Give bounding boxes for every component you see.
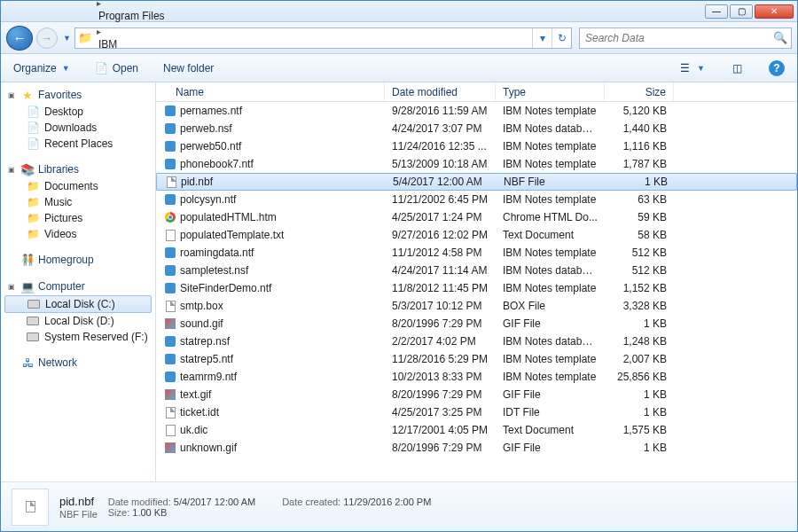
sidebar-item[interactable]: Local Disk (D:) (1, 313, 155, 329)
file-row[interactable]: text.gif8/20/1996 7:29 PMGIF File1 KB (156, 386, 797, 403)
file-row[interactable]: uk.dic12/17/2001 4:05 PMText Document1,5… (156, 421, 797, 439)
sidebar-label: Homegroup (38, 254, 94, 266)
explorer-window: — ▢ ✕ ← → ▼ 📁 Computer▸Local Disk (C:)▸P… (0, 0, 798, 532)
column-type[interactable]: Type (496, 82, 605, 101)
sidebar-item-label: Desktop (44, 106, 83, 118)
file-row[interactable]: perweb.nsf4/24/2017 3:07 PMIBM Notes dat… (156, 120, 797, 137)
open-button[interactable]: 📄 Open (90, 59, 144, 78)
file-row[interactable]: populatedTemplate.txt9/27/2016 12:02 PMT… (156, 226, 797, 244)
sidebar-homegroup[interactable]: 🧑‍🤝‍🧑 Homegroup (1, 251, 155, 269)
file-row[interactable]: smtp.box5/3/2017 10:12 PMBOX File3,328 K… (156, 297, 797, 315)
file-row[interactable]: teamrm9.ntf10/2/2013 8:33 PMIBM Notes te… (156, 368, 797, 386)
file-row[interactable]: populatedHTML.htm4/25/2017 1:24 PMChrome… (156, 208, 797, 226)
file-type: IBM Notes template (496, 105, 605, 117)
file-row[interactable]: sampletest.nsf4/24/2017 11:14 AMIBM Note… (156, 262, 797, 279)
file-icon (163, 121, 177, 136)
sidebar-item[interactable]: 📄Recent Places (1, 136, 155, 152)
label: Date created: (282, 497, 340, 507)
organize-menu[interactable]: Organize ▼ (8, 59, 75, 77)
back-button[interactable]: ← (6, 26, 33, 51)
sidebar-item-label: Local Disk (C:) (45, 298, 115, 310)
address-bar[interactable]: 📁 Computer▸Local Disk (C:)▸Program Files… (74, 27, 572, 49)
file-row[interactable]: statrep5.ntf11/28/2016 5:29 PMIBM Notes … (156, 350, 797, 368)
file-size: 1,248 KB (605, 335, 674, 348)
minimize-button[interactable]: — (705, 4, 728, 19)
navbar: ← → ▼ 📁 Computer▸Local Disk (C:)▸Program… (1, 22, 797, 54)
search-icon[interactable]: 🔍 (770, 31, 791, 44)
sidebar-item[interactable]: 📄Downloads (1, 120, 155, 136)
file-name: populatedTemplate.txt (180, 229, 284, 241)
chevron-right-icon[interactable]: ▸ (95, 0, 103, 8)
forward-button[interactable]: → (36, 27, 58, 49)
file-type: IBM Notes template (496, 353, 605, 365)
file-type: GIF File (496, 388, 605, 401)
file-size: 1,440 KB (605, 122, 674, 135)
search-input[interactable] (580, 32, 770, 44)
file-date: 4/24/2017 3:07 PM (385, 122, 496, 135)
file-name: perweb50.ntf (180, 140, 241, 153)
column-size[interactable]: Size (605, 82, 674, 101)
homegroup-icon: 🧑‍🤝‍🧑 (20, 254, 35, 266)
chevron-right-icon[interactable]: ▸ (95, 27, 103, 36)
file-row[interactable]: pid.nbf5/4/2017 12:00 AMNBF File1 KB (156, 173, 797, 191)
sidebar-item[interactable]: 📄Desktop (1, 104, 155, 120)
sidebar-libraries[interactable]: ▣ 📚 Libraries (1, 160, 155, 178)
file-date: 11/24/2016 12:35 ... (385, 140, 496, 153)
file-date: 4/25/2017 1:24 PM (385, 211, 496, 223)
file-row[interactable]: sound.gif8/20/1996 7:29 PMGIF File1 KB (156, 315, 797, 332)
sidebar-item-label: Pictures (44, 212, 82, 224)
file-row[interactable]: ticket.idt4/25/2017 3:25 PMIDT File1 KB (156, 403, 797, 421)
file-icon (163, 157, 177, 171)
maximize-button[interactable]: ▢ (730, 4, 753, 19)
sidebar-computer[interactable]: ▣ 💻 Computer (1, 278, 155, 295)
help-button[interactable]: ? (763, 58, 790, 79)
network-icon: 🖧 (20, 356, 35, 369)
item-icon: 📄 (26, 106, 40, 118)
search-box[interactable]: 🔍 (579, 27, 792, 49)
sidebar-item[interactable]: 📁Pictures (1, 210, 155, 226)
collapse-icon: ▣ (8, 283, 17, 291)
sidebar-network[interactable]: 🖧 Network (1, 354, 155, 372)
file-row[interactable]: SiteFinderDemo.ntf11/8/2012 11:45 PMIBM … (156, 279, 797, 297)
refresh-button[interactable]: ↻ (552, 28, 571, 48)
file-size: 1 KB (605, 317, 674, 330)
file-row[interactable]: unknown.gif8/20/1996 7:29 PMGIF File1 KB (156, 439, 797, 457)
preview-pane-button[interactable]: ◫ (724, 59, 749, 78)
file-rows[interactable]: pernames.ntf9/28/2016 11:59 AMIBM Notes … (156, 102, 797, 481)
sidebar-item[interactable]: 📁Videos (1, 226, 155, 242)
file-row[interactable]: polcysyn.ntf11/21/2002 6:45 PMIBM Notes … (156, 191, 797, 208)
file-type: IBM Notes template (496, 140, 605, 153)
breadcrumb-item[interactable]: Program Files (95, 10, 172, 22)
file-row[interactable]: phonebook7.ntf5/13/2009 10:18 AMIBM Note… (156, 155, 797, 173)
file-row[interactable]: roamingdata.ntf11/1/2012 4:58 PMIBM Note… (156, 244, 797, 262)
collapse-icon (8, 256, 17, 264)
address-dropdown-icon[interactable]: ▾ (532, 28, 552, 48)
file-row[interactable]: perweb50.ntf11/24/2016 12:35 ...IBM Note… (156, 137, 797, 155)
file-size: 1 KB (606, 176, 675, 188)
column-name[interactable]: Name (156, 82, 385, 101)
file-type: IBM Notes template (496, 282, 605, 294)
sidebar-item[interactable]: 📁Music (1, 194, 155, 210)
history-dropdown-icon[interactable]: ▼ (63, 34, 71, 43)
computer-icon: 💻 (20, 280, 35, 293)
file-date: 11/8/2012 11:45 PM (385, 282, 496, 294)
file-type: IBM Notes database (496, 335, 605, 348)
file-date: 5/4/2017 12:00 AM (386, 176, 497, 188)
file-name: populatedHTML.htm (180, 211, 277, 223)
file-row[interactable]: statrep.nsf2/2/2017 4:02 PMIBM Notes dat… (156, 332, 797, 350)
column-date[interactable]: Date modified (385, 82, 496, 101)
close-button[interactable]: ✕ (755, 4, 794, 19)
sidebar-item[interactable]: 📁Documents (1, 178, 155, 194)
file-type: IDT File (496, 406, 605, 419)
file-size: 1 KB (605, 388, 674, 401)
sidebar-item[interactable]: System Reserved (F:) (1, 329, 155, 345)
view-options-button[interactable]: ☰ ▼ (672, 59, 710, 78)
collapse-icon: ▣ (8, 91, 17, 99)
detail-modified: 5/4/2017 12:00 AM (174, 497, 255, 507)
sidebar-favorites[interactable]: ▣ ★ Favorites (1, 86, 155, 104)
breadcrumb-item[interactable]: IBM (95, 38, 172, 51)
sidebar-item[interactable]: Local Disk (C:) (4, 295, 152, 313)
file-row[interactable]: pernames.ntf9/28/2016 11:59 AMIBM Notes … (156, 102, 797, 120)
file-date: 4/24/2017 11:14 AM (385, 264, 496, 277)
new-folder-button[interactable]: New folder (158, 59, 219, 77)
